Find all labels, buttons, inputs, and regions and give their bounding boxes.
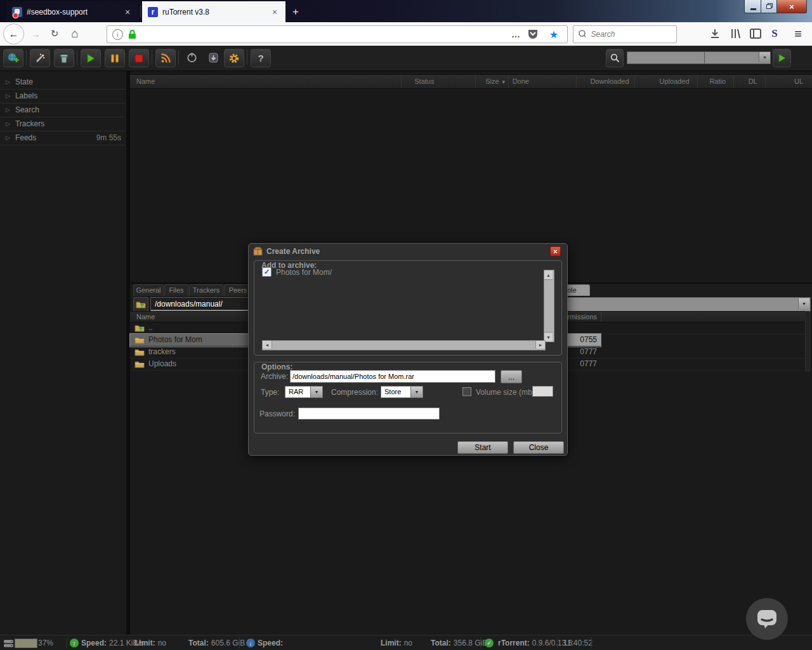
sidebar-toggle-icon[interactable] <box>749 27 762 43</box>
reload-button[interactable]: ↻ <box>47 27 62 41</box>
download-icon[interactable] <box>709 27 721 43</box>
volume-size-input[interactable] <box>532 386 553 397</box>
create-torrent-button[interactable] <box>30 49 50 67</box>
expand-icon[interactable]: ▷ <box>6 121 10 127</box>
search-input[interactable] <box>589 29 676 39</box>
new-tab-button[interactable]: + <box>288 4 303 20</box>
column-header-uploaded[interactable]: Uploaded <box>635 75 698 88</box>
tab-close-icon[interactable]: × <box>122 6 133 18</box>
scroll-up-icon[interactable]: ▲ <box>544 270 553 280</box>
archive-box-icon <box>253 246 263 256</box>
page-actions-icon[interactable]: … <box>508 28 523 41</box>
volume-size-checkbox[interactable] <box>462 387 471 396</box>
compression-value: Store <box>381 386 410 398</box>
pocket-icon[interactable] <box>527 29 539 43</box>
column-header-downloaded[interactable]: Downloaded <box>577 75 635 88</box>
browser-tab-seedbox[interactable]: #seedbox-support × <box>6 1 138 22</box>
column-header-name[interactable]: Name <box>130 75 402 88</box>
checkbox-checked[interactable]: ✓ <box>262 267 272 277</box>
addon-s-icon[interactable]: S <box>768 26 782 41</box>
column-header-ul[interactable]: UL <box>766 75 812 88</box>
archive-entry-row[interactable]: ✓ Photos for Mom/ <box>262 267 332 277</box>
scroll-right-icon[interactable]: ► <box>535 341 545 348</box>
remove-torrent-button[interactable] <box>54 49 74 67</box>
search-bar[interactable] <box>573 25 677 43</box>
archive-path-input[interactable] <box>290 370 495 383</box>
download-dir-button[interactable] <box>205 49 221 66</box>
forward-button[interactable]: → <box>28 28 43 39</box>
pause-button[interactable] <box>105 49 125 67</box>
folder-up-icon <box>136 300 146 308</box>
home-button[interactable]: ⌂ <box>67 26 82 41</box>
dialog-close-icon[interactable]: × <box>550 246 561 256</box>
column-header-status[interactable]: Status <box>402 75 476 88</box>
settings-button[interactable] <box>224 49 244 67</box>
url-bar[interactable]: i … ★ <box>107 25 568 43</box>
folder-up-button[interactable] <box>133 297 148 312</box>
sidebar-item-trackers[interactable]: ▷ Trackers <box>0 117 126 131</box>
fm-scrollbar[interactable] <box>805 311 810 371</box>
power-button[interactable] <box>182 49 201 66</box>
menu-icon[interactable]: ≡ <box>790 25 806 42</box>
fm-row-name: .. <box>148 322 153 334</box>
fm-column-name[interactable]: Name <box>136 312 155 322</box>
disk-usage-percent: 37% <box>38 639 53 647</box>
screen: #seedbox-support × r ruTorrent v3.8 × + … <box>0 0 812 650</box>
horizontal-scrollbar[interactable]: ◄ ► <box>262 340 546 350</box>
lock-icon[interactable] <box>128 29 137 39</box>
back-button[interactable]: ← <box>3 23 24 44</box>
add-torrent-button[interactable] <box>3 49 23 67</box>
column-header-size[interactable]: Size ▼ <box>476 75 508 88</box>
tab-general[interactable]: General <box>133 284 164 296</box>
window-minimize-button[interactable] <box>744 0 762 13</box>
window-restore-button[interactable] <box>761 0 778 13</box>
expand-icon[interactable]: ▷ <box>6 135 10 141</box>
dropdown-caret-icon[interactable]: ▼ <box>410 386 423 398</box>
close-button[interactable]: Close <box>513 441 564 454</box>
tab-trackers[interactable]: Trackers <box>189 284 223 296</box>
browser-tab-rutorrent[interactable]: r ruTorrent v3.8 × <box>142 1 285 22</box>
sidebar-item-search[interactable]: ▷ Search <box>0 103 126 117</box>
type-value: RAR <box>285 386 310 398</box>
password-input[interactable] <box>298 408 440 420</box>
dropdown-caret-icon[interactable]: ▼ <box>310 386 323 398</box>
status-separator <box>591 637 592 649</box>
type-select[interactable]: RAR ▼ <box>285 386 323 398</box>
rt-search-go-button[interactable] <box>773 49 791 67</box>
rt-search-scope-select[interactable]: ▼ <box>704 51 771 64</box>
start-button[interactable]: Start <box>457 441 508 454</box>
window-close-button[interactable]: × <box>776 0 807 13</box>
compression-select[interactable]: Store ▼ <box>381 386 423 398</box>
chat-bubble-icon <box>756 609 778 629</box>
help-button[interactable]: ? <box>251 49 271 67</box>
sidebar-item-labels[interactable]: ▷ Labels <box>0 89 126 103</box>
dropdown-caret-icon[interactable]: ▼ <box>759 52 770 62</box>
page-info-icon[interactable]: i <box>112 29 123 40</box>
expand-icon[interactable]: ▷ <box>6 107 10 113</box>
start-button[interactable] <box>81 49 101 67</box>
stop-button[interactable] <box>129 49 149 67</box>
sidebar-item-state[interactable]: ▷ State <box>0 75 126 90</box>
rt-search-button[interactable] <box>606 49 624 67</box>
rutorrent-favicon: r <box>148 7 158 17</box>
tab-files[interactable]: Files <box>164 284 188 296</box>
url-input[interactable] <box>141 28 499 41</box>
bookmark-star-icon[interactable]: ★ <box>546 27 561 42</box>
expand-icon[interactable]: ▷ <box>6 79 10 85</box>
scroll-left-icon[interactable]: ◄ <box>263 341 272 348</box>
column-header-done[interactable]: Done <box>509 75 577 88</box>
dialog-titlebar[interactable]: Create Archive × <box>249 244 566 258</box>
search-icon <box>610 53 620 63</box>
rss-button[interactable] <box>155 49 176 67</box>
column-header-ratio[interactable]: Ratio <box>698 75 735 88</box>
tab-close-icon[interactable]: × <box>269 6 280 18</box>
rt-search-input[interactable] <box>627 51 705 64</box>
path-dropdown-caret-icon[interactable]: ▼ <box>798 298 809 309</box>
expand-icon[interactable]: ▷ <box>6 93 10 99</box>
browse-button[interactable]: ... <box>501 370 522 383</box>
chat-launcher-button[interactable] <box>746 598 788 640</box>
library-icon[interactable] <box>729 27 742 43</box>
vertical-scrollbar[interactable]: ▲ ▼ <box>544 270 554 342</box>
sidebar-item-feeds[interactable]: ▷ Feeds 9m 55s <box>0 131 126 145</box>
column-header-dl[interactable]: DL <box>734 75 766 88</box>
